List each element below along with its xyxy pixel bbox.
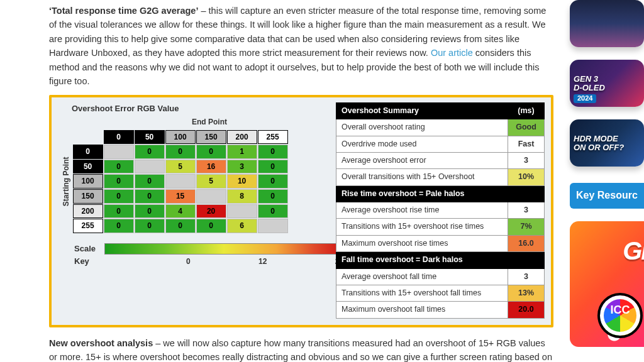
heatmap-cell: 5 [196, 174, 226, 189]
heatmap-cell: 15 [165, 189, 196, 204]
heatmap-cell: 0 [258, 145, 288, 159]
heatmap-cell: 8 [227, 189, 257, 204]
heatmap-cell: 20 [196, 204, 226, 219]
sidebar-card-hdr[interactable]: HDR MODEON OR OFF? [570, 119, 644, 167]
rise-time-header: Rise time overshoot = Pale halos [336, 185, 545, 202]
heatmap-cell [196, 189, 226, 204]
heatmap-cell: 0 [135, 204, 165, 219]
fall-time-header: Fall time overshoot = Dark halos [336, 252, 545, 268]
heatmap-cell: 0 [104, 189, 134, 204]
heatmap-table: 050100150200255 000010500516301000051001… [72, 129, 289, 234]
heatmap-col-header: 200 [227, 130, 257, 145]
heatmap-cell: 0 [258, 189, 288, 204]
lead-phrase: ‘Total response time G2G average’ [49, 6, 198, 16]
sidebar-card-qd-oled[interactable]: GEN 3D-OLED 2024 [570, 60, 644, 107]
heatmap-col-header: 0 [104, 130, 134, 145]
heatmap-cell [258, 219, 288, 233]
overshoot-summary-panel: Overshoot Summary(ms) Overall overshoot … [336, 102, 545, 319]
sidebar-card-landscape[interactable] [570, 0, 644, 47]
heatmap-y-label: Starting Point [58, 129, 72, 234]
scale-ticks: 0 12 20 [186, 256, 343, 268]
heatmap-cell: 1 [227, 145, 257, 159]
key-resources-heading[interactable]: Key Resourc [570, 183, 644, 209]
paragraph-top: ‘Total response time G2G average’ – this… [49, 4, 553, 89]
heatmap-cell: 16 [196, 160, 226, 174]
heatmap-title: Overshoot Error RGB Value [72, 102, 322, 115]
heatmap-row-header: 200 [73, 204, 103, 219]
sidebar: GEN 3D-OLED 2024 HDR MODEON OR OFF? Key … [570, 0, 644, 347]
heatmap-cell: 5 [165, 160, 196, 174]
heatmap-col-header: 255 [258, 130, 288, 145]
article-body: ‘Total response time G2G average’ – this… [0, 0, 566, 362]
heatmap-cell: 0 [135, 145, 165, 159]
scale-key-label: Scale Key [74, 243, 96, 268]
year-badge: 2024 [574, 94, 596, 103]
heatmap-cell: 0 [165, 145, 196, 159]
our-article-link[interactable]: Our article [431, 48, 473, 58]
heatmap-row-header: 255 [73, 219, 103, 233]
heatmap-cell: 0 [196, 219, 226, 233]
scale-gradient [104, 243, 343, 255]
overdrive-mode-value: Fast [508, 136, 545, 152]
heatmap-cell [104, 145, 134, 159]
heatmap-col-header: 100 [165, 130, 196, 145]
heatmap-cell: 3 [227, 160, 257, 174]
icc-badge-icon: ICC [597, 293, 643, 338]
overall-rating-value: Good [508, 119, 545, 136]
heatmap-cell [227, 204, 257, 219]
heatmap-cell: 4 [165, 204, 196, 219]
heatmap-cell [135, 160, 165, 174]
lead-phrase-2: New overshoot analysis [49, 338, 153, 348]
promo-headline: GE [623, 231, 644, 270]
heatmap-col-header: 150 [196, 130, 226, 145]
heatmap-cell: 0 [104, 204, 134, 219]
heatmap-cell [165, 174, 196, 189]
sidebar-promo[interactable]: GE ICC [570, 221, 644, 347]
heatmap-col-header: 50 [135, 130, 165, 145]
heatmap-row-header: 50 [73, 160, 103, 174]
heatmap-cell: 0 [135, 219, 165, 233]
heatmap-cell: 0 [135, 189, 165, 204]
heatmap-cell: 6 [227, 219, 257, 233]
heatmap-row-header: 0 [73, 145, 103, 159]
heatmap-cell: 0 [196, 145, 226, 159]
heatmap-x-label: End Point [97, 116, 322, 128]
heatmap-cell: 0 [104, 219, 134, 233]
overshoot-summary-table: Overshoot Summary(ms) Overall overshoot … [336, 102, 545, 319]
heatmap-cell: 0 [135, 174, 165, 189]
heatmap-row-header: 150 [73, 189, 103, 204]
heatmap-cell: 0 [258, 160, 288, 174]
heatmap-cell: 0 [258, 174, 288, 189]
paragraph-bottom: New overshoot analysis – we will now als… [49, 336, 553, 362]
heatmap-cell: 0 [258, 204, 288, 219]
heatmap-cell: 0 [104, 174, 134, 189]
scale-key: Scale Key 0 12 20 [74, 243, 322, 268]
heatmap-row-header: 100 [73, 174, 103, 189]
heatmap-cell: 0 [104, 160, 134, 174]
heatmap-panel: Overshoot Error RGB Value End Point Star… [58, 102, 322, 319]
summary-header: Overshoot Summary [336, 102, 508, 119]
heatmap-cell: 0 [165, 219, 196, 233]
heatmap-cell: 10 [227, 174, 257, 189]
overshoot-figure: Overshoot Error RGB Value End Point Star… [49, 95, 553, 327]
